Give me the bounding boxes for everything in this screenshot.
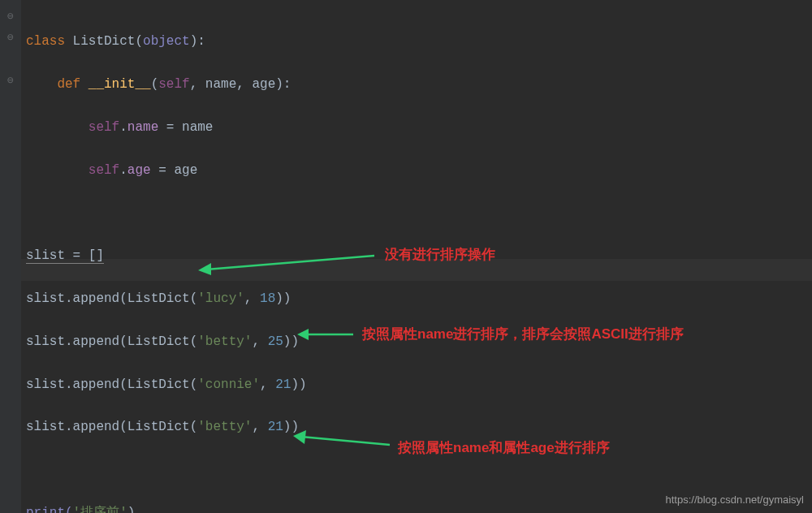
code-line: print('排序前')	[26, 502, 307, 513]
code-line: slist.append(ListDict('betty', 21))	[26, 416, 307, 438]
code-line: def __init__(self, name, age):	[26, 74, 307, 95]
code-line: slist.append(ListDict('betty', 25))	[26, 331, 307, 352]
svg-line-4	[301, 437, 390, 445]
code-editor[interactable]: class ListDict(object): def __init__(sel…	[0, 0, 307, 513]
blank-line	[26, 459, 307, 481]
blank-line	[26, 203, 307, 224]
annotation-text: 没有进行排序操作	[385, 244, 495, 266]
code-line: self.name = name	[26, 117, 307, 138]
watermark: https://blog.csdn.net/gymaisyl	[665, 491, 804, 508]
code-line: slist.append(ListDict('lucy', 18))	[26, 288, 307, 309]
code-line: self.age = age	[26, 160, 307, 181]
code-line: class ListDict(object):	[26, 31, 307, 52]
annotation-text: 按照属性name和属性age进行排序	[398, 437, 610, 459]
code-line: slist.append(ListDict('connie', 21))	[26, 374, 307, 395]
annotation-text: 按照属性name进行排序，排序会按照ASCII进行排序	[362, 323, 684, 346]
code-line: slist = []	[26, 245, 307, 266]
